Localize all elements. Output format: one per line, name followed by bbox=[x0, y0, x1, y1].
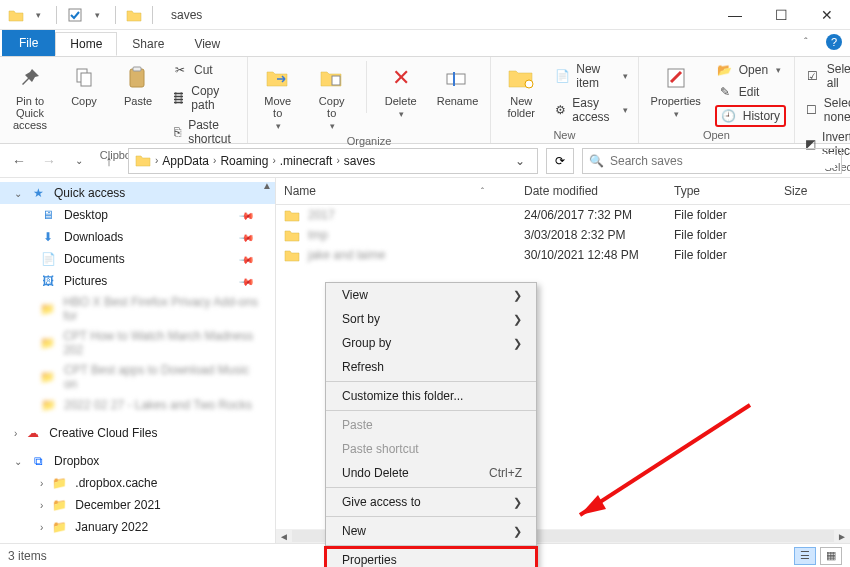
folder-icon: 📁 bbox=[51, 475, 67, 491]
scroll-right-icon[interactable]: ► bbox=[834, 531, 850, 542]
nav-scrollbar[interactable]: ▲ bbox=[261, 180, 273, 191]
open-icon: 📂 bbox=[717, 62, 733, 78]
breadcrumb-segment[interactable]: AppData› bbox=[162, 154, 216, 168]
sidebar-item-recent[interactable]: 📁CPT How to Watch March Madness 202 bbox=[0, 326, 275, 360]
edit-button[interactable]: ✎Edit bbox=[715, 83, 786, 101]
sidebar-item-january-2022[interactable]: ›📁January 2022 bbox=[0, 516, 275, 538]
chevron-right-icon[interactable]: › bbox=[40, 500, 43, 511]
easy-access-button[interactable]: ⚙Easy access▾ bbox=[553, 95, 629, 125]
dropdown-icon[interactable]: ▾ bbox=[89, 7, 105, 23]
search-input[interactable] bbox=[610, 154, 835, 168]
sidebar-item-pictures[interactable]: 🖼Pictures📌 bbox=[0, 270, 275, 292]
sidebar-item-recent[interactable]: 📁CPT Best apps to Download Music on bbox=[0, 360, 275, 394]
copy-button[interactable]: Copy bbox=[62, 61, 106, 109]
chevron-down-icon[interactable]: ⌄ bbox=[14, 456, 22, 467]
sidebar-item-creative-cloud[interactable]: ›☁Creative Cloud Files bbox=[0, 422, 275, 444]
folder-icon bbox=[284, 228, 300, 242]
column-size[interactable]: Size bbox=[784, 182, 844, 200]
ctx-sort-by[interactable]: Sort by❯ bbox=[326, 307, 536, 331]
history-button[interactable]: 🕘History bbox=[715, 105, 786, 127]
dropdown-icon[interactable]: ▾ bbox=[30, 7, 46, 23]
search-box[interactable]: 🔍 bbox=[582, 148, 842, 174]
folder-icon: 📁 bbox=[51, 497, 67, 513]
sidebar-item-documents[interactable]: 📄Documents📌 bbox=[0, 248, 275, 270]
column-headers[interactable]: Nameˆ Date modified Type Size bbox=[276, 178, 850, 205]
ctx-properties[interactable]: Properties bbox=[326, 548, 536, 567]
scroll-left-icon[interactable]: ◄ bbox=[276, 531, 292, 542]
ctx-new[interactable]: New❯ bbox=[326, 519, 536, 543]
address-dropdown-button[interactable]: ⌄ bbox=[509, 154, 531, 168]
ribbon-group-organize: Move to▾ Copy to▾ ✕ Delete▾ Rename Organ… bbox=[248, 57, 492, 143]
paste-icon bbox=[123, 63, 153, 93]
move-to-button[interactable]: Move to▾ bbox=[256, 61, 300, 133]
checkbox-icon[interactable] bbox=[67, 7, 83, 23]
paste-button[interactable]: Paste bbox=[116, 61, 160, 109]
properties-button[interactable]: Properties▾ bbox=[647, 61, 705, 121]
sidebar-item-recent[interactable]: 📁HBO X Best Firefox Privacy Add-ons for bbox=[0, 292, 275, 326]
pictures-icon: 🖼 bbox=[40, 273, 56, 289]
chevron-up-icon[interactable]: ˆ bbox=[804, 36, 816, 48]
ctx-give-access[interactable]: Give access to❯ bbox=[326, 490, 536, 514]
ctx-group-by[interactable]: Group by❯ bbox=[326, 331, 536, 355]
sidebar-item-december-2021[interactable]: ›📁December 2021 bbox=[0, 494, 275, 516]
pin-icon: 📌 bbox=[239, 251, 255, 267]
chevron-down-icon[interactable]: ⌄ bbox=[14, 188, 22, 199]
delete-button[interactable]: ✕ Delete▾ bbox=[379, 61, 423, 121]
ribbon-group-open: Properties▾ 📂Open▾ ✎Edit 🕘History Open bbox=[639, 57, 795, 143]
new-item-button[interactable]: 📄New item▾ bbox=[553, 61, 629, 91]
breadcrumb-segment[interactable]: Roaming› bbox=[220, 154, 275, 168]
sidebar-item-recent[interactable]: 📁2022 02 27 - Lakes and Two Rocks bbox=[0, 394, 275, 416]
up-button[interactable]: ↑ bbox=[98, 150, 120, 172]
navigation-pane[interactable]: ⌄ ★ Quick access 🖥Desktop📌 ⬇Downloads📌 📄… bbox=[0, 178, 276, 543]
details-view-button[interactable]: ☰ bbox=[794, 547, 816, 565]
column-type[interactable]: Type bbox=[674, 182, 784, 200]
ctx-view[interactable]: View❯ bbox=[326, 283, 536, 307]
rename-button[interactable]: Rename bbox=[433, 61, 483, 109]
breadcrumb-segment[interactable]: .minecraft› bbox=[280, 154, 340, 168]
help-icon[interactable]: ? bbox=[826, 34, 842, 50]
search-icon: 🔍 bbox=[589, 154, 604, 168]
back-button[interactable]: ← bbox=[8, 150, 30, 172]
ctx-undo-delete[interactable]: Undo DeleteCtrl+Z bbox=[326, 461, 536, 485]
chevron-right-icon[interactable]: › bbox=[40, 478, 43, 489]
large-icons-view-button[interactable]: ▦ bbox=[820, 547, 842, 565]
breadcrumb-segment[interactable]: saves bbox=[344, 154, 375, 168]
column-date[interactable]: Date modified bbox=[524, 182, 674, 200]
tab-view[interactable]: View bbox=[179, 32, 235, 56]
ctx-refresh[interactable]: Refresh bbox=[326, 355, 536, 379]
pin-to-quick-access-button[interactable]: Pin to Quick access bbox=[8, 61, 52, 133]
breadcrumb[interactable]: › AppData› Roaming› .minecraft› saves ⌄ bbox=[128, 148, 538, 174]
cut-button[interactable]: ✂Cut bbox=[170, 61, 239, 79]
chevron-right-icon[interactable]: › bbox=[14, 428, 17, 439]
maximize-button[interactable]: ☐ bbox=[758, 0, 804, 30]
copy-to-icon bbox=[317, 63, 347, 93]
table-row[interactable]: jake and laime 30/10/2021 12:48 PM File … bbox=[276, 245, 850, 265]
forward-button[interactable]: → bbox=[38, 150, 60, 172]
sidebar-item-desktop[interactable]: 🖥Desktop📌 bbox=[0, 204, 275, 226]
group-label-open: Open bbox=[647, 129, 786, 141]
column-name[interactable]: Nameˆ bbox=[284, 182, 524, 200]
select-none-button[interactable]: ☐Select none bbox=[803, 95, 850, 125]
refresh-button[interactable]: ⟳ bbox=[546, 148, 574, 174]
paste-shortcut-button[interactable]: ⎘Paste shortcut bbox=[170, 117, 239, 147]
recent-locations-button[interactable]: ⌄ bbox=[68, 150, 90, 172]
open-button[interactable]: 📂Open▾ bbox=[715, 61, 786, 79]
chevron-right-icon[interactable]: › bbox=[155, 155, 158, 166]
copy-path-button[interactable]: 🛤Copy path bbox=[170, 83, 239, 113]
sidebar-item-downloads[interactable]: ⬇Downloads📌 bbox=[0, 226, 275, 248]
copy-to-button[interactable]: Copy to▾ bbox=[310, 61, 354, 133]
sidebar-item-dropbox-cache[interactable]: ›📁.dropbox.cache bbox=[0, 472, 275, 494]
new-folder-button[interactable]: New folder bbox=[499, 61, 543, 121]
close-button[interactable]: ✕ bbox=[804, 0, 850, 30]
table-row[interactable]: tmp 3/03/2018 2:32 PM File folder bbox=[276, 225, 850, 245]
chevron-right-icon[interactable]: › bbox=[40, 522, 43, 533]
sidebar-item-quick-access[interactable]: ⌄ ★ Quick access bbox=[0, 182, 275, 204]
table-row[interactable]: 2017 24/06/2017 7:32 PM File folder bbox=[276, 205, 850, 225]
ctx-customize[interactable]: Customize this folder... bbox=[326, 384, 536, 408]
tab-home[interactable]: Home bbox=[55, 32, 117, 56]
select-all-button[interactable]: ☑Select all bbox=[803, 61, 850, 91]
tab-share[interactable]: Share bbox=[117, 32, 179, 56]
tab-file[interactable]: File bbox=[2, 30, 55, 56]
minimize-button[interactable]: ― bbox=[712, 0, 758, 30]
sidebar-item-dropbox[interactable]: ⌄⧉Dropbox bbox=[0, 450, 275, 472]
